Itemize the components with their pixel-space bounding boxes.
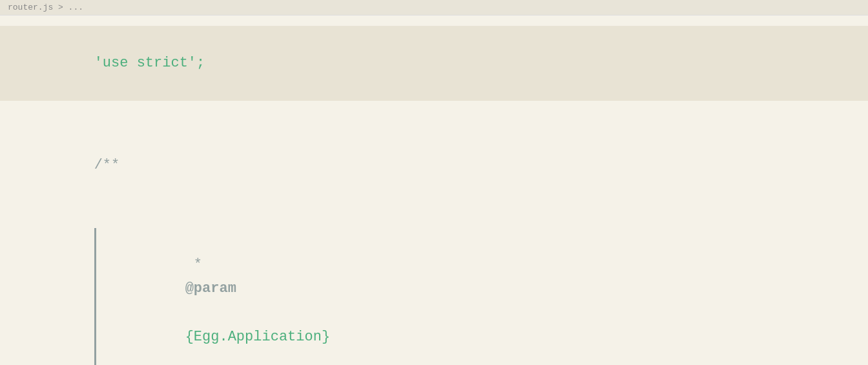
jsdoc-star: * — [185, 256, 211, 273]
code-line-blank1 — [0, 101, 868, 127]
use-strict: 'use strict'; — [94, 55, 205, 71]
editor-container: router.js > ... 'use strict'; /** * @par… — [0, 0, 868, 365]
line1-content: 'use strict'; — [0, 27, 205, 99]
tab-bar: router.js > ... — [0, 0, 868, 16]
jsdoc-tag: @param — [185, 280, 236, 297]
jsdoc-type: {Egg.Application} — [185, 329, 330, 345]
code-area: 'use strict'; /** * @param {Egg.Applicat… — [0, 16, 868, 365]
tab-label: router.js > ... — [8, 3, 83, 12]
code-line-3: /** — [0, 128, 868, 203]
code-line-1: 'use strict'; — [0, 26, 868, 101]
jsdoc-space — [185, 304, 194, 320]
code-line-4: * @param {Egg.Application} app - egg app… — [0, 203, 868, 365]
jsdoc-space2 — [185, 353, 194, 365]
jsdoc-open: /** — [94, 157, 120, 173]
